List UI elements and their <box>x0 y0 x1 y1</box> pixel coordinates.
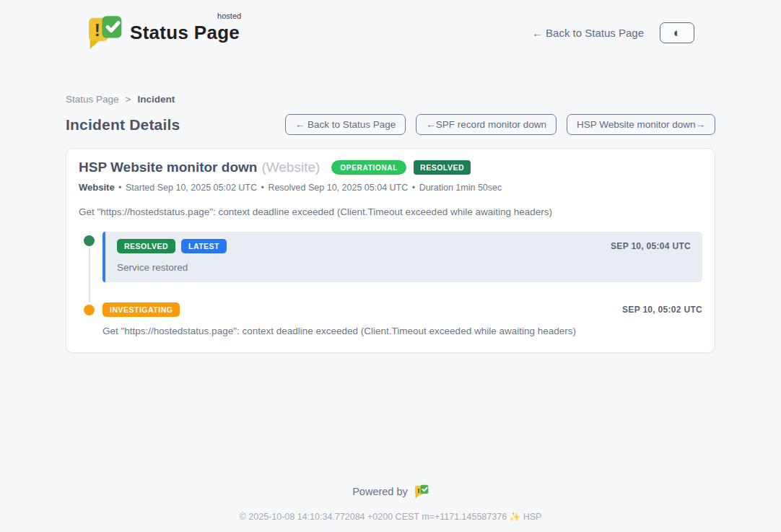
incident-timeline: RESOLVED LATEST SEP 10, 05:04 UTC Servic… <box>79 232 702 336</box>
incident-card: HSP Website monitor down (Website) OPERA… <box>66 148 715 353</box>
timeline-dot-wrap <box>79 232 102 282</box>
timeline-latest-update-box: RESOLVED LATEST SEP 10, 05:04 UTC Servic… <box>102 232 702 282</box>
investigating-badge: INVESTIGATING <box>102 302 180 317</box>
timeline-timestamp: SEP 10, 05:04 UTC <box>611 241 691 251</box>
copyright-text: © 2025-10-08 14:10:34.772084 +0200 CEST … <box>0 511 781 522</box>
latest-badge: LATEST <box>181 239 227 253</box>
page-title: Incident Details <box>66 116 180 134</box>
brand-name: Status Page <box>130 22 240 43</box>
meta-separator: • <box>261 183 264 193</box>
brand-superscript: hosted <box>217 12 241 20</box>
investigating-dot-icon <box>84 305 95 315</box>
svg-text:!: ! <box>417 487 419 494</box>
incident-card-header: HSP Website monitor down (Website) OPERA… <box>79 160 702 175</box>
timeline-entry-header: RESOLVED LATEST SEP 10, 05:04 UTC <box>117 239 691 253</box>
header-actions: ← Back to Status Page ◐ <box>532 22 694 43</box>
timeline-timestamp: SEP 10, 05:02 UTC <box>622 305 702 315</box>
timeline-dot-wrap <box>79 301 102 336</box>
breadcrumb-status-page[interactable]: Status Page <box>66 94 119 105</box>
header: ! Status Page hosted ← Back to Status Pa… <box>0 0 781 53</box>
prev-incident-button[interactable]: ←SPF record monitor down <box>416 114 557 135</box>
resolved-status-badge: RESOLVED <box>414 160 471 175</box>
timeline-badges: RESOLVED LATEST <box>117 239 227 253</box>
incident-description: Get "https://hostedstatus.page": context… <box>79 206 702 217</box>
meta-resolved: Resolved Sep 10, 2025 05:04 UTC <box>268 183 408 193</box>
timeline-entry-investigating: INVESTIGATING SEP 10, 05:02 UTC Get "htt… <box>79 301 702 336</box>
statuspage-logo-icon-small: ! <box>414 484 429 499</box>
timeline-message: Service restored <box>117 262 691 273</box>
title-row: Incident Details ← Back to Status Page ←… <box>66 114 715 135</box>
footer: Powered by ! © 2025-10-08 14:10:34.77208… <box>0 484 781 522</box>
powered-by-label: Powered by <box>352 486 408 497</box>
incident-nav-buttons: ← Back to Status Page ←SPF record monito… <box>285 114 715 135</box>
brand-text-wrap: Status Page hosted <box>130 14 240 44</box>
incident-meta: Website • Started Sep 10, 2025 05:02 UTC… <box>79 182 702 193</box>
half-circle-icon: ◐ <box>673 27 681 39</box>
breadcrumb-incident: Incident <box>137 94 175 105</box>
timeline-message: Get "https://hostedstatus.page": context… <box>102 326 702 336</box>
incident-title: HSP Website monitor down <box>79 160 257 175</box>
svg-text:!: ! <box>95 20 100 40</box>
meta-started: Started Sep 10, 2025 05:02 UTC <box>126 183 257 193</box>
brand-logo[interactable]: ! Status Page hosted <box>85 14 240 51</box>
header-back-link[interactable]: ← Back to Status Page <box>532 27 644 39</box>
breadcrumb: Status Page > Incident <box>66 94 715 105</box>
meta-separator: • <box>118 183 121 193</box>
back-to-status-page-button[interactable]: ← Back to Status Page <box>285 114 406 135</box>
resolved-dot-icon <box>84 235 95 246</box>
incident-scope: (Website) <box>261 160 320 175</box>
theme-toggle-button[interactable]: ◐ <box>660 22 694 43</box>
meta-duration: Duration 1min 50sec <box>419 183 502 193</box>
powered-by-link[interactable]: Powered by ! <box>352 484 429 499</box>
timeline-entry-resolved: RESOLVED LATEST SEP 10, 05:04 UTC Servic… <box>79 232 702 282</box>
timeline-connector-line <box>89 243 90 314</box>
resolved-badge: RESOLVED <box>117 239 175 253</box>
timeline-badges: INVESTIGATING <box>102 302 180 317</box>
main-content: Status Page > Incident Incident Details … <box>66 94 715 353</box>
operational-status-badge: OPERATIONAL <box>331 160 406 175</box>
breadcrumb-separator: > <box>126 94 131 105</box>
timeline-entry-content: INVESTIGATING SEP 10, 05:02 UTC Get "htt… <box>102 301 702 336</box>
next-incident-button[interactable]: HSP Website monitor down→ <box>567 114 715 135</box>
statuspage-logo-icon: ! <box>85 14 123 51</box>
meta-separator: • <box>412 183 415 193</box>
meta-service: Website <box>79 182 115 193</box>
timeline-entry-header: INVESTIGATING SEP 10, 05:02 UTC <box>102 302 702 317</box>
